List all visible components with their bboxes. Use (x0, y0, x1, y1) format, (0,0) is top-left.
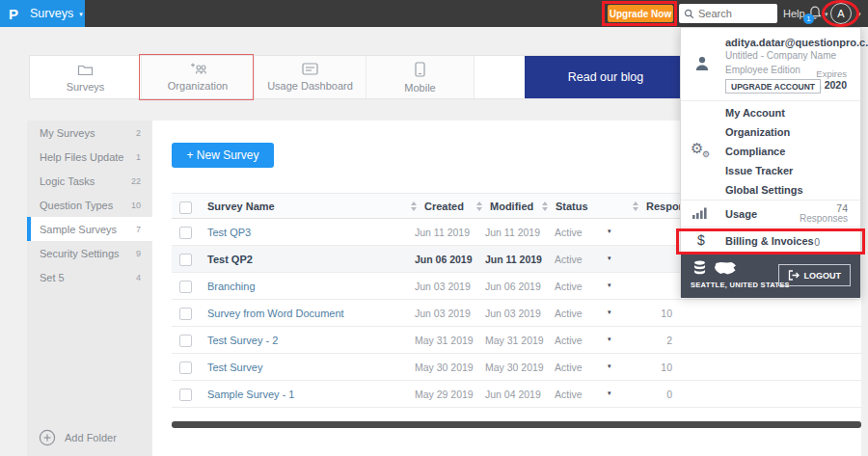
person-icon (693, 55, 711, 72)
upgrade-account-button[interactable]: UPGRADE ACCOUNT (725, 79, 821, 94)
folder-label: Help Files Update (40, 151, 136, 163)
responses-count: 2 (634, 335, 672, 346)
horizontal-scrollbar[interactable] (172, 421, 861, 428)
help-link[interactable]: Help (783, 8, 805, 19)
row-checkbox[interactable] (179, 362, 192, 374)
tab-organization[interactable]: Organization (141, 56, 254, 98)
menu-item-organization[interactable]: Organization (725, 126, 790, 146)
survey-name-link[interactable]: Survey from Word Document (207, 308, 344, 319)
organization-people-icon (189, 63, 207, 75)
sort-icon[interactable] (633, 201, 638, 211)
menu-item-my-account[interactable]: My Account (725, 107, 785, 126)
usage-unit: Responses (800, 213, 848, 224)
account-dropdown: aditya.datar@questionpro.c... Untitled -… (680, 27, 861, 297)
account-email: aditya.datar@questionpro.c... (725, 37, 868, 48)
status-label: Active (555, 254, 583, 265)
sidebar-item-set-5[interactable]: Set 54 (27, 265, 152, 289)
survey-name-link[interactable]: Branching (207, 281, 256, 292)
license-edition: Employee Edition (725, 65, 800, 75)
folders-sidebar: My Surveys2 Help Files Update1 Logic Tas… (27, 121, 152, 456)
table-row: Test Survey May 30 2019 May 30 2019 Acti… (172, 354, 861, 381)
column-header-modified[interactable]: Modified (490, 201, 533, 212)
product-switcher[interactable]: P Surveys ▾ (0, 0, 85, 27)
chevron-down-icon: ▾ (79, 11, 83, 17)
created-date: May 30 2019 (415, 362, 474, 373)
chevron-down-icon[interactable]: ▾ (825, 11, 828, 17)
upgrade-now-button[interactable]: Upgrade Now (608, 5, 673, 22)
status-dropdown-caret-icon[interactable]: ▾ (608, 335, 611, 343)
logout-label: LOGOUT (804, 271, 842, 281)
tab-mobile[interactable]: Mobile (366, 56, 474, 98)
status-dropdown-caret-icon[interactable]: ▾ (608, 282, 611, 289)
plus-circle-icon (39, 429, 56, 446)
status-dropdown-caret-icon[interactable]: ▾ (608, 228, 611, 235)
status-dropdown-caret-icon[interactable]: ▾ (608, 362, 611, 370)
created-date: Jun 06 2019 (415, 254, 473, 265)
search-box (679, 4, 777, 23)
responses-count: 0 (634, 389, 672, 400)
sidebar-item-sample-surveys[interactable]: Sample Surveys7 (27, 217, 152, 241)
select-all-checkbox[interactable] (179, 201, 192, 214)
survey-name-link[interactable]: Test QP3 (207, 227, 251, 238)
sidebar-item-question-types[interactable]: Question Types10 (27, 193, 152, 217)
menu-item-compliance[interactable]: Compliance (725, 146, 785, 165)
product-name: Surveys (30, 7, 73, 20)
survey-name-link[interactable]: Test Survey (207, 362, 262, 373)
column-header-created[interactable]: Created (424, 201, 464, 212)
survey-name-link[interactable]: Test QP2 (207, 254, 253, 265)
status-label: Active (555, 362, 583, 373)
row-checkbox[interactable] (179, 254, 192, 266)
column-header-status[interactable]: Status (556, 201, 588, 212)
status-label: Active (555, 281, 583, 292)
search-icon (684, 9, 694, 19)
status-label: Active (555, 308, 583, 319)
status-dropdown-caret-icon[interactable]: ▾ (608, 308, 611, 316)
folder-count: 7 (136, 225, 141, 234)
modified-date: May 30 2019 (485, 362, 544, 373)
settings-gears-icon: ⚙⚙ (691, 140, 714, 163)
notification-count-badge: 1 (803, 13, 814, 24)
sort-icon[interactable] (542, 201, 548, 211)
menu-item-issue-tracker[interactable]: Issue Tracker (725, 165, 793, 184)
modified-date: Jun 11 2019 (485, 254, 542, 265)
folder-label: Logic Tasks (40, 175, 131, 187)
account-avatar[interactable]: A (830, 3, 852, 24)
app-root: P Surveys ▾ Upgrade Now Help 1 ▾ A ▾ Sur… (0, 0, 868, 456)
top-bar: P Surveys ▾ Upgrade Now Help 1 ▾ A ▾ (0, 0, 868, 27)
row-checkbox[interactable] (179, 335, 192, 347)
column-header-survey-name[interactable]: Survey Name (207, 201, 275, 212)
server-database-icon (692, 260, 707, 276)
row-checkbox[interactable] (179, 308, 192, 320)
modified-date: Jun 11 2019 (485, 227, 540, 238)
sort-icon[interactable] (411, 201, 417, 211)
status-dropdown-caret-icon[interactable]: ▾ (608, 389, 611, 397)
modified-date: Jun 03 2019 (485, 308, 541, 319)
status-dropdown-caret-icon[interactable]: ▾ (608, 255, 611, 262)
created-date: Jun 03 2019 (415, 308, 471, 319)
row-checkbox[interactable] (179, 281, 192, 293)
sidebar-item-help-files-update[interactable]: Help Files Update1 (27, 145, 152, 169)
new-survey-button[interactable]: + New Survey (172, 143, 274, 168)
search-input[interactable] (698, 8, 773, 19)
row-checkbox[interactable] (179, 389, 192, 401)
dashboard-icon (302, 63, 318, 75)
modified-date: Jun 04 2019 (485, 389, 541, 400)
questionpro-logo-icon: P (9, 6, 18, 22)
table-row: Sample Survey - 1 May 29 2019 Jun 04 201… (172, 381, 861, 408)
sidebar-item-my-surveys[interactable]: My Surveys2 (27, 121, 152, 145)
survey-name-link[interactable]: Sample Survey - 1 (207, 389, 294, 400)
sidebar-item-security-settings[interactable]: Security Settings9 (27, 241, 152, 265)
dollar-icon: $ (697, 232, 705, 248)
modified-date: Jun 06 2019 (485, 281, 541, 292)
sort-icon[interactable] (476, 201, 482, 211)
table-row: Test Survey - 2 May 31 2019 May 31 2019 … (172, 327, 861, 354)
sidebar-item-logic-tasks[interactable]: Logic Tasks22 (27, 169, 152, 193)
row-checkbox[interactable] (179, 227, 192, 239)
add-folder-button[interactable]: Add Folder (39, 429, 117, 446)
tab-surveys[interactable]: Surveys (30, 56, 141, 98)
expires-label: Expires (816, 68, 847, 79)
tab-usage-dashboard[interactable]: Usage Dashboard (254, 56, 366, 98)
chevron-down-icon[interactable]: ▾ (857, 11, 861, 17)
logout-button[interactable]: LOGOUT (778, 264, 852, 286)
survey-name-link[interactable]: Test Survey - 2 (207, 335, 278, 346)
